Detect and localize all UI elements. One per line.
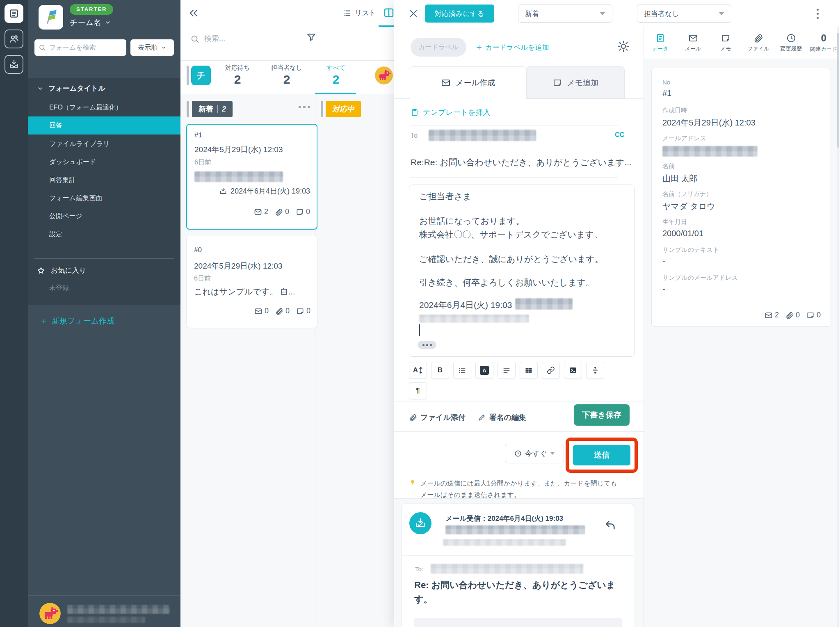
link-icon — [547, 366, 555, 374]
kebab-menu-icon[interactable] — [815, 7, 820, 21]
sidebar-item-responses[interactable]: 回答 — [28, 116, 180, 135]
assignee-select[interactable]: 担当者なし — [637, 5, 731, 23]
send-timing-select[interactable]: 今すぐ — [505, 444, 564, 463]
mail-body-editor[interactable]: ご担当者さま お世話になっております。 株式会社〇〇、サポートデスクでございます… — [409, 185, 635, 357]
align-button[interactable] — [498, 362, 516, 379]
font-size-button[interactable]: A — [409, 362, 427, 379]
paperclip-icon — [275, 307, 283, 315]
card-search-row — [180, 27, 394, 61]
divider — [34, 70, 174, 70]
link-button[interactable] — [542, 362, 560, 379]
view-toggle-list[interactable]: リスト — [342, 8, 376, 18]
kanban-card-1[interactable]: #1 2024年5月29日(水) 12:03 6日前 2024年6月4日(火) … — [186, 124, 317, 230]
sidebar-item-dashboard[interactable]: ダッシュボード — [28, 153, 180, 171]
composer-tabs: メール作成 メモ追加 — [394, 66, 644, 99]
status-select[interactable]: 新着 — [518, 5, 612, 23]
favorites-header[interactable]: お気に入り — [37, 266, 86, 275]
font-color-button[interactable]: A — [475, 362, 493, 379]
attach-file-label: ファイル添付 — [420, 413, 466, 422]
bold-button[interactable]: B — [431, 362, 449, 379]
tab-waiting-count: 2 — [215, 73, 260, 87]
tab-all[interactable]: すべて 2 — [313, 64, 358, 87]
column-menu-dots[interactable] — [299, 106, 310, 108]
font-size-glyph: A — [413, 366, 418, 374]
new-form-button[interactable]: 新規フォーム作成 — [40, 316, 114, 326]
collapse-sidebar-icon[interactable] — [188, 7, 199, 19]
column-active-header[interactable]: 対応中 — [326, 101, 361, 117]
nav-members-button[interactable] — [5, 30, 23, 48]
status-select-value: 新着 — [525, 9, 539, 18]
to-address-redacted[interactable] — [429, 130, 536, 141]
reply-icon[interactable] — [604, 519, 617, 532]
current-user-row[interactable] — [28, 596, 180, 627]
scrollbar-thumb[interactable] — [837, 33, 839, 148]
team-selector[interactable]: チーム名 — [70, 17, 111, 28]
info-tab-mail[interactable]: メール — [677, 27, 710, 59]
received-mail-card[interactable]: メール受信：2024年6月4日(火) 19:03 To: Re: お問い合わせい… — [402, 504, 634, 627]
info-tab-related[interactable]: 0 関連カード — [807, 27, 840, 59]
close-icon[interactable] — [409, 9, 418, 18]
sort-order-button[interactable]: 表示順 — [130, 39, 174, 56]
spacing-button[interactable] — [586, 362, 604, 379]
save-draft-button[interactable]: 下書き保存 — [574, 404, 630, 426]
field-kana: 名前（フリガナ）ヤマダ タロウ — [662, 190, 715, 212]
tab-waiting[interactable]: 対応待ち 2 — [215, 64, 260, 87]
team-tab[interactable]: チ — [191, 66, 211, 85]
caret-down-icon — [719, 12, 724, 15]
team-name: チーム名 — [70, 17, 101, 28]
info-tab-data[interactable]: データ — [644, 27, 677, 59]
subject-field[interactable]: Re:Re: お問い合わせいただき、ありがとうございます... — [411, 157, 632, 168]
send-button[interactable]: 送信 — [573, 445, 630, 465]
inbox-download-icon — [219, 187, 227, 195]
bullet-list-button[interactable] — [453, 362, 471, 379]
sort-order-label: 表示順 — [138, 43, 158, 52]
member-avatar[interactable] — [375, 66, 393, 84]
mark-done-button[interactable]: 対応済みにする — [425, 5, 494, 23]
mail-count: 0 — [265, 307, 269, 315]
tab-add-memo[interactable]: メモ追加 — [526, 66, 625, 99]
plus-icon — [40, 317, 48, 325]
view-toggle-board[interactable] — [383, 7, 395, 19]
kanban-card-0[interactable]: #0 2024年5月29日(水) 12:03 6日前 これはサンプルです。 自.… — [186, 236, 317, 328]
gear-icon[interactable] — [617, 40, 630, 52]
nav-forms-button[interactable] — [5, 4, 23, 23]
show-more-dots[interactable] — [418, 341, 436, 349]
form-search-input[interactable] — [49, 44, 115, 51]
card-created-date: 2024年5月29日(水) 12:03 — [194, 144, 283, 155]
mail-composer: カードラベル カードラベルを追加 メール作成 メモ追加 テンプレートを挿入 — [394, 27, 644, 627]
lightbulb-icon — [409, 479, 416, 486]
tab-unassigned[interactable]: 担当者なし 2 — [264, 64, 309, 87]
cc-button[interactable]: CC — [615, 131, 624, 139]
card-label-placeholder: カードラベル — [411, 38, 466, 57]
table-button[interactable] — [520, 362, 538, 379]
sidebar-item-public-page[interactable]: 公開ページ — [28, 207, 180, 225]
filter-funnel-icon[interactable] — [306, 32, 317, 43]
info-tab-file[interactable]: ファイル — [742, 27, 775, 59]
sidebar-item-settings[interactable]: 設定 — [28, 225, 180, 243]
form-search[interactable] — [34, 39, 126, 56]
nav-inbox-button[interactable] — [5, 55, 23, 74]
sidebar-item-file-library[interactable]: ファイルライブラリ — [28, 135, 180, 153]
sidebar-item-form-editor[interactable]: フォーム編集画面 — [28, 189, 180, 207]
search-icon — [190, 34, 199, 43]
send-note-text: メールの送信には最大1分間かかります。また、カードを閉じてもメールはそのまま送信… — [420, 480, 617, 498]
info-tab-history[interactable]: 変更履歴 — [775, 27, 808, 59]
assignee-select-value: 担当者なし — [644, 9, 679, 18]
sidebar-item-efo[interactable]: EFO（フォーム最適化） — [28, 98, 180, 116]
add-card-label-button[interactable]: カードラベルを追加 — [475, 43, 549, 52]
insert-template-button[interactable]: テンプレートを挿入 — [411, 107, 491, 117]
edit-signature-button[interactable]: 署名の編集 — [478, 413, 526, 422]
tab-compose-mail[interactable]: メール作成 — [410, 66, 526, 99]
caret-down-icon — [600, 12, 605, 15]
attach-file-button[interactable]: ファイル添付 — [409, 413, 466, 422]
memo-icon — [721, 33, 730, 43]
sidebar-item-aggregate[interactable]: 回答集計 — [28, 171, 180, 189]
info-tab-memo[interactable]: メモ — [709, 27, 742, 59]
image-button[interactable] — [564, 362, 582, 379]
received-quote-block: ご担当者さま — [414, 618, 622, 627]
column-new-header[interactable]: 新着 2 — [192, 101, 233, 117]
form-title-header[interactable]: フォームタイトル — [37, 84, 105, 93]
paragraph-button[interactable]: ¶ — [409, 382, 427, 399]
pencil-icon — [478, 413, 486, 422]
kanban-panel: リスト チ 対応待ち 2 担当者なし 2 すべて 2 — [180, 0, 394, 627]
